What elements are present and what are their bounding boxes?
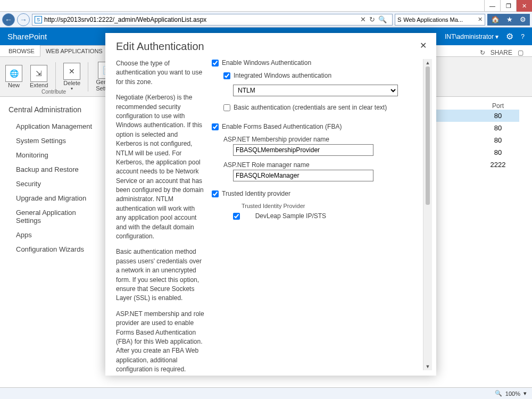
- home-icon[interactable]: 🏠: [491, 15, 500, 23]
- dialog-title: Edit Authentication: [105, 33, 436, 57]
- integrated-windows-auth-checkbox[interactable]: Integrated Windows authentication: [223, 72, 420, 79]
- desc-p3: Basic authentication method passes users…: [116, 247, 204, 303]
- ribbon-extend-button[interactable]: ⇲Extend: [30, 65, 48, 88]
- back-button[interactable]: ←: [2, 13, 15, 26]
- url-text: http://sp2013srv01:2222/_admin/WebApplic…: [44, 16, 206, 23]
- zoom-icon[interactable]: 🔍: [495, 390, 502, 397]
- trusted-provider-header: Trusted Identity Provider: [212, 203, 420, 209]
- window-minimize-button[interactable]: —: [484, 0, 500, 12]
- basic-auth-checkbox[interactable]: Basic authentication (credentials are se…: [223, 104, 420, 111]
- window-close-button[interactable]: ✕: [516, 0, 532, 12]
- edit-authentication-dialog: Edit Authentication ✕ Choose the type of…: [105, 33, 436, 376]
- sidebar-item-config-wizards[interactable]: Configuration Wizards: [9, 242, 96, 256]
- url-actions: ✕ ↻ 🔍: [357, 15, 390, 23]
- share-refresh-icon[interactable]: ↻: [480, 49, 485, 56]
- port-column-header: Port: [482, 102, 514, 110]
- tab-title: Web Applications Ma...: [403, 16, 463, 23]
- devleap-provider-checkbox[interactable]: DevLeap Sample IP/STS: [233, 212, 420, 220]
- sidebar-item-backup-restore[interactable]: Backup and Restore: [9, 162, 96, 177]
- sidebar-item-monitoring[interactable]: Monitoring: [9, 148, 96, 162]
- status-bar: 🔍 100% ▾: [0, 387, 532, 399]
- tools-icon[interactable]: ⚙: [520, 15, 526, 23]
- ribbon-new-button[interactable]: 🌐New: [5, 65, 22, 88]
- tab-web-applications[interactable]: WEB APPLICATIONS: [40, 45, 109, 57]
- window-maximize-button[interactable]: ❐: [500, 0, 516, 12]
- help-icon[interactable]: ?: [521, 33, 525, 40]
- dialog-description-pane: Choose the type of authentication you wa…: [116, 59, 212, 370]
- window-titlebar: — ❐ ✕: [0, 0, 532, 12]
- zoom-dropdown-icon[interactable]: ▾: [523, 390, 527, 397]
- site-icon: S: [35, 16, 42, 23]
- sidebar-header: Central Administration: [9, 105, 96, 114]
- sidebar-item-apps[interactable]: Apps: [9, 228, 96, 242]
- scroll-up-icon[interactable]: ▲: [426, 60, 430, 65]
- focus-icon[interactable]: ▢: [518, 49, 523, 56]
- share-button[interactable]: SHARE: [491, 49, 512, 56]
- zoom-level: 100%: [505, 390, 520, 397]
- scrollbar-thumb[interactable]: [426, 66, 430, 205]
- settings-gear-icon[interactable]: ⚙: [506, 31, 513, 41]
- scroll-down-icon[interactable]: ▼: [426, 364, 430, 369]
- ribbon-group-label: Contribute: [41, 89, 66, 95]
- sidebar-item-upgrade-migration[interactable]: Upgrade and Migration: [9, 191, 96, 205]
- tab-close-icon[interactable]: ✕: [478, 16, 483, 23]
- sidebar: Central Administration Application Manag…: [0, 97, 101, 382]
- desc-p4: ASP.NET membership and role provider are…: [116, 310, 204, 375]
- dialog-form-pane: Enable Windows Authentication Integrated…: [212, 59, 423, 370]
- browser-tab[interactable]: S Web Applications Ma... ✕: [395, 14, 485, 26]
- dialog-scrollbar[interactable]: ▲ ▼: [423, 59, 432, 370]
- delete-icon: ✕: [63, 63, 80, 80]
- forward-button[interactable]: →: [17, 13, 30, 26]
- membership-provider-input[interactable]: [233, 144, 373, 156]
- browser-toolbar: 🏠 ★ ⚙: [487, 14, 530, 26]
- favorites-icon[interactable]: ★: [506, 15, 513, 23]
- ribbon-delete-button[interactable]: ✕Delete▾: [63, 63, 80, 91]
- role-manager-input[interactable]: [233, 170, 373, 181]
- enable-fba-checkbox[interactable]: Enable Forms Based Authentication (FBA): [212, 123, 420, 130]
- stop-icon[interactable]: ✕: [360, 15, 366, 23]
- trusted-identity-checkbox[interactable]: Trusted Identity provider: [212, 190, 420, 197]
- address-bar[interactable]: S http://sp2013srv01:2222/_admin/WebAppl…: [32, 14, 393, 26]
- globe-icon: 🌐: [5, 65, 22, 82]
- enable-windows-auth-checkbox[interactable]: Enable Windows Authentication: [212, 59, 420, 66]
- desc-p2: Negotiate (Kerberos) is the recommended …: [116, 93, 204, 241]
- sidebar-item-security[interactable]: Security: [9, 177, 96, 191]
- auth-mode-select[interactable]: NTLM: [233, 85, 398, 96]
- role-label: ASP.NET Role manager name: [212, 161, 420, 169]
- refresh-icon[interactable]: ↻: [369, 15, 375, 23]
- browser-navbar: ← → S http://sp2013srv01:2222/_admin/Web…: [0, 12, 532, 28]
- membership-label: ASP.NET Membership provider name: [212, 136, 420, 143]
- sharepoint-brand: SharePoint: [7, 32, 47, 41]
- dialog-close-button[interactable]: ✕: [420, 40, 427, 51]
- search-icon[interactable]: 🔍: [378, 15, 387, 23]
- sidebar-item-application-management[interactable]: Application Management: [9, 119, 96, 134]
- extend-icon: ⇲: [30, 65, 47, 82]
- tab-browse[interactable]: BROWSE: [3, 46, 40, 56]
- tab-favicon: S: [397, 16, 401, 23]
- user-menu[interactable]: INT\administrator ▾: [445, 33, 498, 40]
- sidebar-item-system-settings[interactable]: System Settings: [9, 134, 96, 148]
- sidebar-item-general-app-settings[interactable]: General Application Settings: [9, 205, 96, 228]
- desc-p1: Choose the type of authentication you wa…: [116, 59, 204, 87]
